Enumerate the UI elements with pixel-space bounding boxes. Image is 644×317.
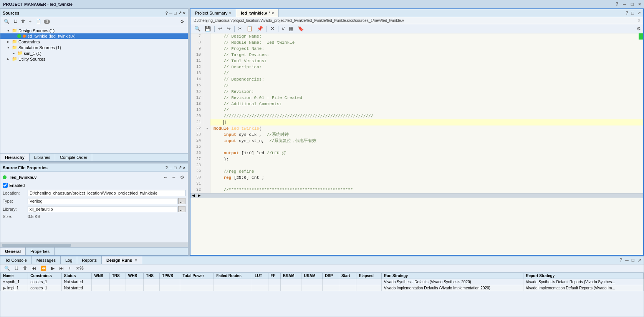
tab-tcl-console[interactable]: Tcl Console [0,256,32,264]
bottom-help-icon[interactable]: ? [620,258,622,263]
bottom-minimize-icon[interactable]: ─ [625,258,629,263]
bottom-dock-icon[interactable]: ↗ [637,258,641,263]
runs-filter-btn[interactable]: ⇊ [13,265,20,271]
runs-run-btn[interactable]: ▶ [50,265,56,271]
editor-save-btn[interactable]: 💾 [203,25,212,32]
sources-file-btn[interactable]: 📄 [34,18,42,25]
tree-item-utility[interactable]: ▸ 📁 Utility Sources [0,56,188,62]
file-close-icon[interactable]: × [638,18,640,23]
sources-add-btn[interactable]: + [28,18,33,25]
tab-design-runs[interactable]: Design Runs × [102,256,142,264]
location-input[interactable] [28,190,185,196]
props-filename: led_twinkle.v [10,175,36,180]
table-row[interactable]: ▾ synth_1 constrs_1 Not started [1,279,644,285]
editor-undo-btn[interactable]: ↩ [217,25,224,32]
bottom-float-icon[interactable]: □ [632,258,634,263]
editor-help-icon[interactable]: ? [626,10,628,16]
tab-hierarchy[interactable]: Hierarchy [0,154,30,161]
runs-percent-btn[interactable]: ✕% [74,265,85,271]
tab-log[interactable]: Log [61,256,77,264]
editor-cut-btn[interactable]: ✂ [237,25,244,32]
props-tab-general[interactable]: General [0,248,26,255]
sources-close-icon[interactable]: × [183,11,185,15]
sources-filter-btn[interactable]: ⇊ [12,18,18,25]
editor-redo-btn[interactable]: ↪ [225,25,232,32]
tab-messages[interactable]: Messages [32,256,61,264]
maximize-icon[interactable]: □ [631,2,634,7]
props-tab-properties[interactable]: Properties [26,248,55,255]
sources-expand-btn[interactable]: ⇈ [20,18,26,25]
library-input[interactable] [28,206,177,212]
code-line-7: 7 // Design Name: [190,33,643,40]
editor-copy-btn[interactable]: 📋 [245,25,254,32]
run-report-impl: Vivado Implementation Default Reports (V… [523,285,644,291]
code-editor[interactable]: 7 // Design Name: 8 // Module Name: led_… [190,33,643,255]
library-browse-btn[interactable]: ... [178,206,185,212]
runs-search-btn[interactable]: 🔍 [3,265,12,271]
col-whs: WHS [126,273,143,279]
props-next-btn[interactable]: → [171,174,177,180]
editor-tab-summary-close[interactable]: × [229,11,231,15]
code-line-32: 32 //***********************************… [190,187,643,193]
runs-expand-btn[interactable]: ⇈ [22,265,28,271]
props-scrollbar-x[interactable] [0,243,188,247]
tab-reports[interactable]: Reports [77,256,102,264]
editor-dock-icon[interactable]: ↗ [637,10,641,16]
runs-prev-btn[interactable]: ⏪ [39,265,48,271]
runs-next-btn[interactable]: ⏭ [58,265,65,271]
editor-settings-btn[interactable]: ⚙ [637,26,641,31]
props-float-icon[interactable]: □ [174,165,177,170]
props-close-icon[interactable]: × [183,165,185,170]
tree-label-sim-sources: Simulation Sources (1) [18,45,61,50]
sources-settings-btn[interactable]: ⚙ [179,18,185,25]
scroll-right-btn[interactable]: ▶ [196,193,202,198]
editor-bookmarks-btn[interactable]: 🔖 [296,25,305,32]
table-row[interactable]: ▶ impl_1 constrs_1 Not started [1,285,644,291]
help-icon[interactable]: ? [616,2,618,7]
editor-scrollbar-x[interactable]: ◀ ▶ [190,193,643,198]
close-icon[interactable]: × [638,2,641,7]
editor-search-btn[interactable]: 🔍 [193,25,202,32]
type-input[interactable] [28,198,177,204]
sources-help-icon[interactable]: ? [165,11,168,15]
props-minimize-icon[interactable]: ─ [169,165,172,170]
tree-item-sim-sources[interactable]: ▾ 📁 Simulation Sources (1) [0,45,188,50]
tab-libraries[interactable]: Libraries [30,154,55,161]
props-prev-btn[interactable]: ← [162,174,169,180]
code-line-24: 24 input sys_rst_n, //系统复位，低电平有效 [190,138,643,144]
design-runs-tab-close[interactable]: × [135,258,137,263]
run-name-synth: ▾ synth_1 [1,279,28,285]
editor-paste-btn[interactable]: 📌 [255,25,265,32]
tree-label-constraints: Constraints [18,40,40,44]
props-settings-btn[interactable]: ⚙ [179,174,185,180]
editor-tab-led[interactable]: led_twinkle.v * × [236,9,279,17]
tree-item-constraints[interactable]: ▸ 📁 Constraints [0,39,188,45]
editor-delete-btn[interactable]: ✕ [269,25,276,32]
run-expand-impl[interactable]: ▶ [3,286,6,290]
editor-tab-led-close[interactable]: × [272,11,274,15]
sources-minimize-icon[interactable]: ─ [169,11,172,15]
tree-item-sim1[interactable]: ▸ 📁 sim_1 (1) [0,50,188,56]
type-browse-btn[interactable]: ... [178,198,185,204]
col-uram: URAM [301,273,323,279]
editor-tab-summary[interactable]: Project Summary × [190,9,236,17]
scroll-left-btn[interactable]: ◀ [190,193,196,198]
editor-comment-btn[interactable]: // [280,25,286,32]
tree-item-design-sources[interactable]: ▾ 📁 Design Sources (1) [0,28,188,33]
tree-item-led-twinkle[interactable]: led_twinkle (led_twinkle.v) [0,33,188,39]
sources-float-icon[interactable]: □ [174,11,177,15]
sources-dock-icon[interactable]: ↗ [178,10,182,15]
minimize-icon[interactable]: ─ [623,2,626,7]
props-dock-icon[interactable]: ↗ [178,165,182,170]
run-elapsed-synth [356,279,381,285]
runs-add-btn[interactable]: + [67,265,73,271]
tab-compile-order[interactable]: Compile Order [55,154,93,161]
run-expand-synth[interactable]: ▾ [3,280,5,284]
editor-block-btn[interactable]: ▦ [287,25,295,32]
run-failedroutes-impl [214,285,252,291]
props-help-icon[interactable]: ? [165,165,168,170]
runs-first-btn[interactable]: ⏮ [30,265,38,271]
enabled-checkbox[interactable] [3,183,8,188]
sources-search-btn[interactable]: 🔍 [3,18,11,25]
editor-restore-icon[interactable]: □ [631,10,634,16]
